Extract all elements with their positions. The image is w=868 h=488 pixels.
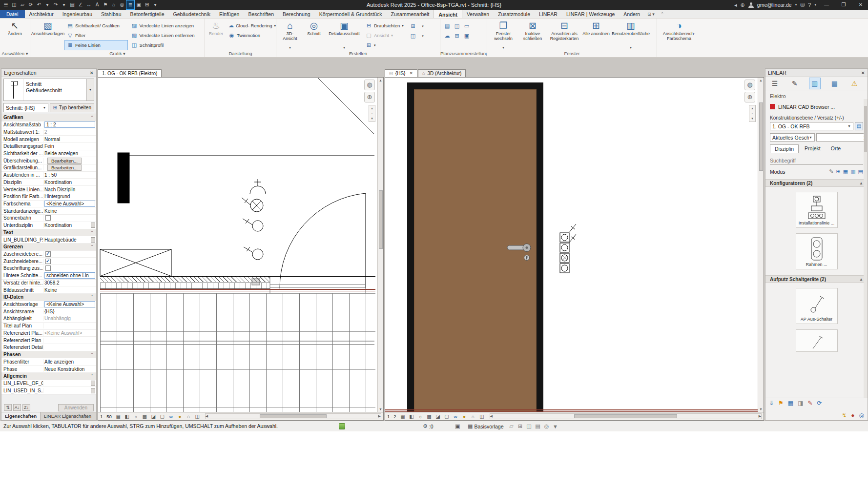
property-row[interactable]: Unterdisziplin Koordination Koordination… <box>1 222 96 229</box>
property-row[interactable]: Modell anzeigen Normal Normal ⌃ <box>1 136 96 143</box>
collapse-icon[interactable]: ⌃ <box>90 244 96 249</box>
edit-button[interactable]: Bearbeiten... <box>47 164 82 171</box>
tab-disziplin[interactable]: Disziplin <box>770 144 799 153</box>
steering-wheel-icon[interactable]: ◍ <box>744 80 755 90</box>
user-interface-button[interactable]: ▥ Benutzeroberfläche ▾ <box>612 20 650 50</box>
pick-pen-icon[interactable]: ✎ <box>829 168 833 175</box>
property-row[interactable]: Referenziert Pla... <Keine Auswahl> <Kei… <box>1 330 96 337</box>
apply-button[interactable]: Anwenden <box>58 404 94 411</box>
collapse-icon[interactable]: ⌃ <box>90 352 96 357</box>
edit-icon[interactable]: ✎ <box>789 78 800 89</box>
visual-style-icon[interactable]: ◧ <box>409 414 415 419</box>
ribbon-tab[interactable]: Datei <box>0 10 25 18</box>
detail-level-icon[interactable]: ▦ <box>400 414 406 419</box>
viewports-icon[interactable]: ▣ <box>462 31 471 40</box>
property-row[interactable]: Verdeckte Linien... Nach Disziplin Nach … <box>1 186 96 193</box>
property-row[interactable]: Allgemein ⌃ <box>1 373 96 380</box>
collapse-icon[interactable]: ▲ <box>859 181 863 185</box>
view-mini-toolbar[interactable]: ▴◦▾ <box>369 105 375 122</box>
mode-grid-icon[interactable]: ⊞ <box>836 168 841 175</box>
scroll-up-icon[interactable]: ▲ <box>759 78 763 83</box>
render-button[interactable]: ♨ Render <box>207 20 225 45</box>
visual-style-icon[interactable]: ◧ <box>124 414 130 419</box>
property-value[interactable]: 1 : 2 <box>44 122 95 128</box>
section-canvas[interactable]: ◍ ⊕ ▴◦▾ ▲ ▼ <box>385 77 764 412</box>
property-row[interactable]: Grafiken ⌃ <box>1 114 96 122</box>
scale-control[interactable]: 1 : 50 <box>100 414 113 419</box>
type-selector-dropdown-icon[interactable]: ▼ <box>86 79 94 101</box>
edit-icon[interactable]: ✎ <box>808 400 813 407</box>
twinmotion-button[interactable]: ◉Twinmotion <box>227 31 273 40</box>
scroll-thumb[interactable] <box>379 190 383 249</box>
property-value[interactable]: 3058.2 <box>44 280 60 285</box>
edit-button[interactable]: Bearbeiten... <box>47 158 82 164</box>
scroll-down-icon[interactable]: ▼ <box>379 407 382 412</box>
record-icon[interactable]: ● <box>851 412 854 419</box>
property-value[interactable]: 1 : 50 <box>44 172 57 178</box>
selection-filter-icon[interactable]: ▼ <box>552 424 559 429</box>
property-value[interactable]: Koordination <box>44 223 72 228</box>
app-menu-icon[interactable]: ☰ <box>2 0 10 9</box>
measure-icon[interactable]: ∠ <box>77 0 84 9</box>
ribbon-tab[interactable]: Ansicht <box>434 10 462 18</box>
level-dropdown[interactable]: 1. OG - OK RFB ▼ <box>770 122 853 130</box>
mode-list-icon[interactable]: ▤ <box>858 168 863 175</box>
tag-icon[interactable]: ⚑ <box>102 0 109 9</box>
detail-level-icon[interactable]: ▦ <box>115 414 122 419</box>
analytical-model-icon[interactable]: ◫ <box>479 414 485 419</box>
collapse-icon[interactable]: ◂ <box>734 2 737 8</box>
select-pinned-toggle-icon[interactable]: ◫ <box>525 423 533 429</box>
checkbox[interactable] <box>45 251 51 257</box>
property-row[interactable]: Ausblenden in ... 1 : 50 1 : 50 ⌃ <box>1 172 96 179</box>
show-crop-region-icon[interactable]: ▢ <box>159 414 165 419</box>
group-label-fenster[interactable]: Fenster <box>487 50 657 57</box>
associate-parameter-button[interactable] <box>91 388 95 393</box>
reveal-hidden-elements-icon[interactable]: ● <box>177 414 183 419</box>
ribbon-tab[interactable]: Betonfertigteile <box>125 10 168 18</box>
property-row[interactable]: Referenziert Detail ⌃ <box>1 344 96 351</box>
property-row[interactable]: Hintere Schnitte... schneiden ohne Lin s… <box>1 272 96 280</box>
property-row[interactable]: Sichtbarkeit der ... Beide anzeigen Beid… <box>1 150 96 158</box>
section-button[interactable]: ◎ Schnitt <box>303 20 325 45</box>
sun-settings-icon[interactable]: ☼ <box>417 414 424 419</box>
property-value[interactable]: 2 <box>44 129 47 135</box>
element-selector[interactable]: Schnitt: {HS} ▼ <box>3 103 48 112</box>
property-row[interactable]: Titel auf Plan ⌃ <box>1 323 96 330</box>
sync-icon[interactable]: ⟳ <box>817 400 822 407</box>
redo-dropdown-icon[interactable]: ▾ <box>60 0 68 9</box>
collapse-icon[interactable]: ⌃ <box>90 295 96 299</box>
worksets-icon[interactable]: ⚙ <box>423 423 428 429</box>
search-icon[interactable]: ⊕ <box>741 2 745 8</box>
property-value[interactable]: Keine <box>44 208 57 214</box>
sync-icon[interactable]: ⟳ <box>27 0 35 9</box>
tab-eigenschaften[interactable]: Eigenschaften <box>1 412 41 420</box>
steering-wheel-icon[interactable]: ◍ <box>364 80 375 90</box>
crop-view-icon[interactable]: ◪ <box>150 414 157 419</box>
zoom-icon[interactable]: ⊕ <box>744 92 755 102</box>
view-duplicate-button[interactable]: ▢Ansicht▾ <box>364 31 407 40</box>
place-view-icon[interactable]: ◫ <box>453 21 461 30</box>
view-tab-section[interactable]: ◎ {HS} ✕ <box>385 69 417 77</box>
ribbon-tab[interactable]: Körpermodell & Grundstück <box>315 10 387 18</box>
text-icon[interactable]: A <box>93 0 101 9</box>
scroll-right-icon[interactable]: ▶ <box>759 414 761 418</box>
property-row[interactable]: Sonnenbahn ⌃ <box>1 215 96 222</box>
collapse-icon[interactable]: ⌃ <box>90 230 96 235</box>
help-dropdown-icon[interactable]: ▾ <box>814 3 816 7</box>
aligned-dimension-icon[interactable]: ↔ <box>85 0 93 9</box>
menu-icon[interactable]: ☰ <box>769 78 780 89</box>
mode-rows-icon[interactable]: ▥ <box>850 168 855 175</box>
property-value[interactable]: Fein <box>44 143 54 149</box>
property-value[interactable]: Keine <box>44 287 57 293</box>
tab-orte[interactable]: Orte <box>827 144 845 153</box>
checkbox[interactable] <box>45 259 51 264</box>
property-row[interactable]: Zuschneidebere... ⌃ <box>1 258 96 265</box>
sun-settings-icon[interactable]: ☼ <box>133 414 139 419</box>
property-row[interactable]: Maßstabswert 1: 2 2 ⌃ <box>1 128 96 136</box>
title-block-icon[interactable]: ▭ <box>462 21 471 30</box>
view-templates-button[interactable]: ▧ Ansichtsvorlagen <box>33 20 63 45</box>
visibility-graphics-button[interactable]: ▤Sichtbarkeit/ Grafiken <box>65 21 127 30</box>
property-row[interactable]: LIN_LEVEL_OF_G... ⌃ <box>1 380 96 387</box>
search-input[interactable] <box>770 157 863 165</box>
ribbon-tab[interactable]: Ändern <box>619 10 644 18</box>
